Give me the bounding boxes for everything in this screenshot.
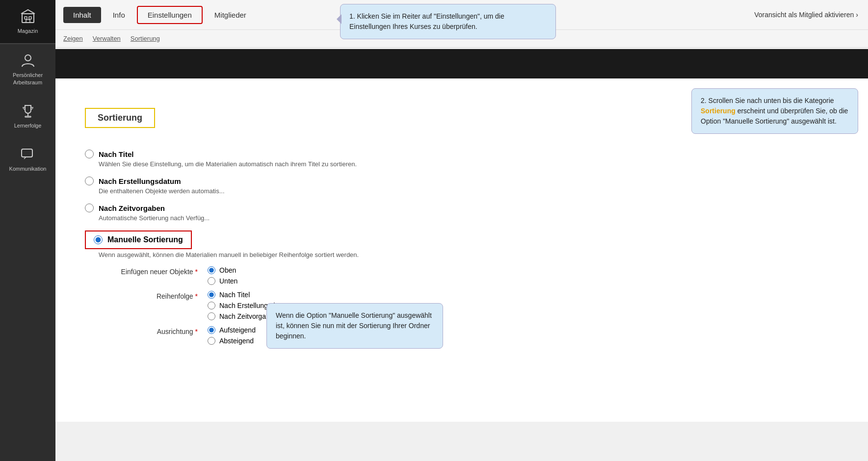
sub-radio-oben[interactable]: Oben <box>208 266 237 274</box>
chat-icon <box>20 147 36 162</box>
svg-rect-6 <box>25 116 31 117</box>
content-section: 2. Scrollen Sie nach unten bis die Kateg… <box>55 78 868 422</box>
radio-nach-titel[interactable]: Nach Titel <box>85 150 409 158</box>
svg-rect-7 <box>22 149 32 157</box>
radio-nach-erstellungsdatum-input[interactable] <box>85 177 94 185</box>
sub-radio-reihenfolge-titel-label: Nach Titel <box>219 291 250 299</box>
sub-option-ausrichtung-label: Ausrichtung * <box>100 326 198 335</box>
building-icon <box>20 9 36 25</box>
svg-point-4 <box>25 55 31 61</box>
sub-radio-reihenfolge-zeitvorgaben-input[interactable] <box>208 312 215 320</box>
sidebar-item-lernerfolge-label: Lernerfolge <box>14 122 42 129</box>
sub-option-reihenfolge-label: Reihenfolge * <box>100 291 198 300</box>
sub-radio-unten[interactable]: Unten <box>208 277 237 285</box>
sub-option-ausrichtung-choices: Aufsteigend Absteigend <box>208 326 256 345</box>
sidebar-item-kommunikation[interactable]: Kommunikation <box>0 138 55 181</box>
subtab-zeigen[interactable]: Zeigen <box>63 35 83 42</box>
manuelle-sortierung-desc: Wenn ausgewählt, können die Materialien … <box>99 251 409 258</box>
sub-radio-aufsteigend-input[interactable] <box>208 326 215 334</box>
manuelle-sortierung-box[interactable]: Manuelle Sortierung <box>85 230 192 249</box>
radio-nach-titel-label: Nach Titel <box>99 150 133 158</box>
sub-radio-reihenfolge-titel-input[interactable] <box>208 291 215 299</box>
sub-radio-absteigend-input[interactable] <box>208 337 215 345</box>
tooltip-1: 1. Klicken Sie im Reiter auf "Einstellun… <box>340 4 556 39</box>
required-marker: * <box>195 268 198 276</box>
sub-radio-reihenfolge-erstellungsdatum-input[interactable] <box>208 302 215 309</box>
sub-radio-absteigend[interactable]: Absteigend <box>208 337 256 345</box>
topnav-tabs-row: Inhalt Info Einstellungen Mitglieder 1. … <box>55 0 868 29</box>
option-nach-erstellungsdatum: Nach Erstellungsdatum Die enthaltenen Ob… <box>85 177 409 195</box>
tooltip-3: Wenn die Option "Manuelle Sortierung" au… <box>266 303 443 349</box>
radio-manuelle-sortierung-input[interactable] <box>94 235 103 244</box>
sortierung-left: Sortierung Nach Titel Wählen Sie diese E… <box>85 108 409 354</box>
tab-inhalt[interactable]: Inhalt <box>63 7 101 23</box>
sidebar-item-personal[interactable]: Persönlicher Arbeitsraum <box>0 44 55 95</box>
radio-nach-erstellungsdatum[interactable]: Nach Erstellungsdatum <box>85 177 409 185</box>
option-nach-titel: Nach Titel Wählen Sie diese Einstellung,… <box>85 150 409 168</box>
sidebar-item-magazin-label: Magazin <box>18 27 38 34</box>
sidebar-item-kommunikation-label: Kommunikation <box>9 165 47 172</box>
required-marker-3: * <box>195 328 198 335</box>
sortierung-title-area: Sortierung <box>85 108 409 138</box>
radio-nach-erstellungsdatum-desc: Die enthaltenen Objekte werden automatis… <box>99 187 409 195</box>
svg-rect-1 <box>25 17 27 19</box>
sidebar-item-magazin[interactable]: Magazin <box>0 0 55 44</box>
sortierung-wrapper: Sortierung Nach Titel Wählen Sie diese E… <box>55 93 868 368</box>
preview-link[interactable]: Voransicht als Mitglied aktivieren › <box>754 11 858 19</box>
option-nach-zeitvorgaben: Nach Zeitvorgaben Automatische Sortierun… <box>85 204 409 222</box>
sidebar-item-lernerfolge[interactable]: Lernerfolge <box>0 95 55 138</box>
sub-option-einfuegen: Einfügen neuer Objekte * Oben <box>100 266 409 285</box>
subtab-sortierung[interactable]: Sortierung <box>131 35 160 42</box>
sub-radio-oben-label: Oben <box>219 266 236 274</box>
sub-radio-reihenfolge-titel[interactable]: Nach Titel <box>208 291 290 299</box>
subtab-verwalten[interactable]: Verwalten <box>93 35 121 42</box>
radio-nach-zeitvorgaben-label: Nach Zeitvorgaben <box>99 204 165 212</box>
sub-radio-absteigend-label: Absteigend <box>219 337 254 345</box>
topnav: Inhalt Info Einstellungen Mitglieder 1. … <box>55 0 868 48</box>
person-icon <box>20 53 36 69</box>
sub-radio-aufsteigend-label: Aufsteigend <box>219 326 256 334</box>
sub-radio-unten-label: Unten <box>219 277 237 285</box>
tab-einstellungen[interactable]: Einstellungen <box>137 6 203 24</box>
svg-rect-2 <box>29 17 31 19</box>
dark-bar <box>55 49 868 78</box>
chevron-right-icon: › <box>856 11 858 19</box>
sidebar: Magazin Persönlicher Arbeitsraum Lernerf… <box>0 0 55 461</box>
radio-nach-titel-input[interactable] <box>85 150 94 158</box>
trophy-icon <box>20 103 36 119</box>
tab-info[interactable]: Info <box>103 7 135 23</box>
radio-nach-zeitvorgaben-input[interactable] <box>85 204 94 212</box>
radio-manuelle-sortierung-label: Manuelle Sortierung <box>107 235 183 244</box>
tab-mitglieder[interactable]: Mitglieder <box>205 7 256 23</box>
sub-option-einfuegen-choices: Oben Unten <box>208 266 237 285</box>
tooltip-2: 2. Scrollen Sie nach unten bis die Kateg… <box>691 88 858 134</box>
sub-option-einfuegen-label: Einfügen neuer Objekte * <box>100 266 198 276</box>
sortierung-right <box>409 108 839 354</box>
sub-radio-aufsteigend[interactable]: Aufsteigend <box>208 326 256 334</box>
radio-nach-erstellungsdatum-label: Nach Erstellungsdatum <box>99 177 181 185</box>
sidebar-item-personal-label: Persönlicher Arbeitsraum <box>4 72 52 86</box>
radio-nach-titel-desc: Wählen Sie diese Einstellung, um die Mat… <box>99 160 409 168</box>
radio-nach-zeitvorgaben-desc: Automatische Sortierung nach Verfüg... <box>99 214 409 222</box>
sub-radio-unten-input[interactable] <box>208 277 215 285</box>
sub-radio-oben-input[interactable] <box>208 266 215 274</box>
main-content: 2. Scrollen Sie nach unten bis die Kateg… <box>55 0 868 422</box>
radio-nach-zeitvorgaben[interactable]: Nach Zeitvorgaben <box>85 204 409 212</box>
tooltip2-highlight: Sortierung <box>701 107 736 115</box>
required-marker-2: * <box>195 292 198 300</box>
sortierung-title: Sortierung <box>85 108 155 128</box>
svg-rect-0 <box>22 14 34 23</box>
